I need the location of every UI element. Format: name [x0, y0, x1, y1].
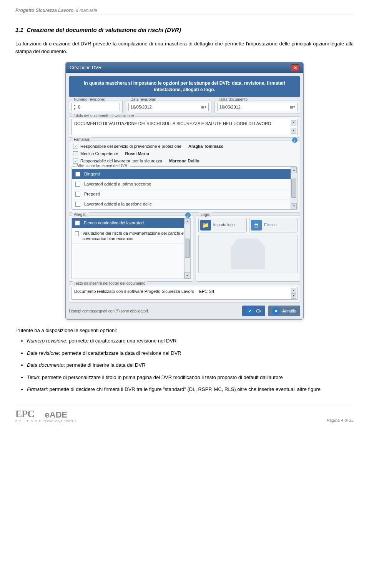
- list-header: Elenco nominativo dei lavoratori: [72, 218, 190, 228]
- checkbox-icon[interactable]: [75, 220, 80, 226]
- ok-button[interactable]: ✔ Ok: [242, 306, 265, 316]
- allegati-label: Allegati:: [72, 212, 89, 217]
- mandatory-note: I campi contrassegnati con (*) sono obbl…: [69, 309, 149, 313]
- elimina-logo-button[interactable]: 🗑 Elimina: [249, 218, 298, 232]
- post-dialog-text: L'utente ha a disposizione le seguenti o…: [15, 327, 354, 333]
- page-number: Pagina 4 di 25: [327, 418, 354, 423]
- trash-icon: 🗑: [251, 220, 262, 231]
- page-footer: EPC E D I T O R E eADE TECNOLOGIE DIGITA…: [15, 405, 354, 423]
- list-item: Numero revisione: permette di caratteriz…: [27, 337, 354, 345]
- scroll-thumb[interactable]: [185, 239, 190, 258]
- header-bold: Progetto Sicurezza Lavoro: [15, 8, 73, 13]
- close-icon: ✕: [272, 307, 280, 315]
- list-item[interactable]: Lavoratori addetti alla gestione delle: [72, 199, 297, 209]
- info-icon[interactable]: i: [185, 212, 191, 218]
- scroll-thumb[interactable]: [291, 179, 296, 198]
- checkbox-icon[interactable]: [75, 231, 79, 236]
- placeholder-logo-icon: [231, 239, 265, 269]
- header-rest: , il manuale: [73, 8, 97, 13]
- scroll-up-icon[interactable]: ▴: [291, 120, 296, 125]
- intro-paragraph: La funzione di creazione del DVR prevede…: [15, 40, 354, 55]
- scrollbar[interactable]: ▴ ▾: [184, 218, 190, 279]
- dialog-title: Creazione DVR: [70, 65, 101, 70]
- checkbox-icon[interactable]: [75, 192, 80, 197]
- checkbox-icon[interactable]: [73, 151, 78, 156]
- info-icon[interactable]: i: [292, 137, 298, 143]
- checkbox-icon[interactable]: [75, 172, 80, 177]
- scroll-up-icon[interactable]: ▴: [291, 167, 297, 173]
- logo-preview: [198, 235, 298, 273]
- footer-textarea[interactable]: Documento realizzato con il software Pro…: [71, 287, 298, 300]
- data-documento-input[interactable]: 16/05/2012 ▦▾: [217, 103, 298, 111]
- calendar-icon[interactable]: ▦▾: [201, 105, 206, 109]
- checkbox-icon[interactable]: [75, 202, 80, 207]
- list-item: Titolo: permette di personalizzare il ti…: [27, 374, 354, 381]
- importa-logo-button[interactable]: 📁 Importa logo: [198, 218, 247, 232]
- scroll-down-icon[interactable]: ▾: [291, 129, 296, 134]
- scroll-down-icon[interactable]: ▾: [291, 203, 297, 209]
- list-item[interactable]: Preposti: [72, 189, 297, 199]
- folder-icon: 📁: [200, 220, 211, 231]
- checkbox-icon[interactable]: [73, 144, 78, 149]
- list-item: Firmatari: permette di decidere chi firm…: [27, 386, 354, 393]
- section-title: 1.1 Creazione del documento di valutazio…: [15, 27, 354, 33]
- calendar-icon[interactable]: ▦▾: [290, 105, 295, 109]
- creazione-dvr-dialog: Creazione DVR ✕ In questa maschera si im…: [65, 62, 304, 320]
- publisher-logo: EPC E D I T O R E eADE TECNOLOGIE DIGITA…: [15, 408, 76, 423]
- numero-revisione-label: Numero revisione:: [72, 97, 106, 102]
- firmatario-rspp[interactable]: Responsabile del servizio di prevenzione…: [71, 143, 298, 150]
- numero-revisione-input[interactable]: ▴▾ 0: [71, 103, 120, 111]
- list-item[interactable]: Lavoratori addetti al primo soccorso: [72, 179, 297, 189]
- titolo-textarea[interactable]: DOCUMENTO DI VALUTAZIONE DEI RISCHI SULL…: [71, 119, 298, 135]
- list-header: Dirigenti: [72, 169, 297, 179]
- scroll-up-icon[interactable]: ▴: [184, 218, 190, 224]
- check-icon: ✔: [246, 307, 254, 315]
- dialog-instruction: In questa maschera si impostano le opzio…: [69, 76, 300, 97]
- scroll-up-icon[interactable]: ▴: [291, 288, 296, 293]
- firmatari-label: Firmatari:: [72, 137, 91, 142]
- scroll-down-icon[interactable]: ▾: [184, 272, 190, 279]
- footer-text-label: Testo da inserire nel footer del documen…: [72, 281, 147, 286]
- list-item: Data documento: permette di inserire la …: [27, 361, 354, 369]
- data-revisione-input[interactable]: 16/05/2012 ▦▾: [128, 103, 209, 111]
- checkbox-icon[interactable]: [73, 159, 78, 164]
- scroll-down-icon[interactable]: ▾: [291, 293, 296, 299]
- dialog-titlebar: Creazione DVR ✕: [66, 62, 303, 73]
- list-item[interactable]: Valutazione dei rischi da movimentazione…: [72, 228, 190, 244]
- firmatario-medico[interactable]: Medico Competente Rossi Mario: [71, 150, 298, 157]
- options-list: Numero revisione: permette di caratteriz…: [27, 337, 354, 393]
- list-item: Data revisione: permette di caratterizza…: [27, 349, 354, 357]
- titolo-label: Titolo del documento di valutazione: [72, 114, 135, 118]
- page-header: Progetto Sicurezza Lavoro, il manuale: [15, 8, 354, 15]
- checkbox-icon[interactable]: [75, 182, 80, 187]
- scrollbar[interactable]: ▴ ▾: [291, 167, 297, 209]
- data-documento-label: Data documento:: [218, 97, 250, 102]
- logo-label: Logo:: [199, 212, 212, 217]
- close-icon[interactable]: ✕: [291, 64, 299, 71]
- annulla-button[interactable]: ✕ Annulla: [268, 306, 300, 316]
- data-revisione-label: Data revisione:: [129, 97, 158, 102]
